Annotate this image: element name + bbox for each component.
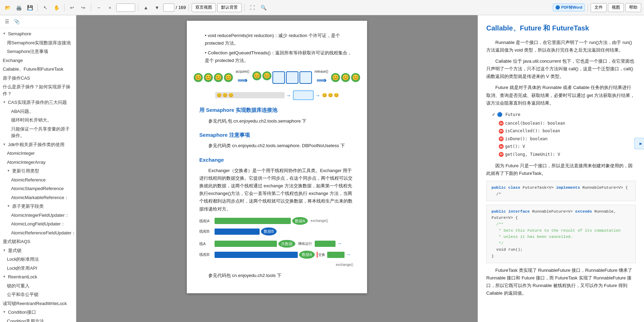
hand-btn[interactable]: ✋ [52, 3, 61, 12]
tree-child-label-3: isDone(): boolean [505, 135, 548, 142]
sidebar-item-semaphore-db[interactable]: 用Semaphore实现数据库连接池 [0, 38, 76, 47]
sidebar-item-display-lock[interactable]: 显式锁 [0, 246, 76, 255]
arrow-4: → [315, 91, 321, 100]
sidebar-item-condition-common[interactable]: Condition常用方法 [0, 317, 76, 322]
exchange-call-label: exchange() [311, 218, 328, 224]
sidebar-item-readwrite-lock[interactable]: 读写锁ReentrantReadWriteLock [0, 299, 76, 308]
thread-a-bubble: 数据A [292, 217, 308, 225]
sidebar-item-atomic-markable[interactable]: AtomicMarkableReference： [0, 193, 76, 202]
print-btn[interactable]: 🖨️ [14, 3, 24, 12]
rp-main-title: Callable、Future 和 FutureTask [486, 22, 636, 34]
tree-child-label-4: get(): V [505, 143, 525, 150]
page-nav: 27 / 169 [163, 3, 186, 12]
default-bg-btn[interactable]: 默认背景 [217, 3, 242, 12]
search-btn[interactable]: 🔍 [259, 3, 268, 12]
pdf-to-word-label: 🔵 PDF转Word [553, 3, 585, 11]
save-btn[interactable]: 💾 [25, 3, 35, 12]
sidebar-item-what-is-atomic[interactable]: 什么是原子操作？如何实现原子操作？ [0, 82, 76, 98]
arrow-a2: → [337, 240, 342, 248]
smileys-out: 😊 😊 😊 [322, 92, 339, 99]
divider6 [244, 4, 245, 11]
sidebar: ☰ 📎 Semaphore用Semaphore实现数据库连接池Semaphore… [0, 15, 76, 322]
smiley-5: 😊 [252, 71, 261, 80]
code2-close: } [491, 254, 494, 258]
sidebar-list-btn[interactable]: ☰ [3, 17, 11, 26]
sidebar-item-exchange[interactable]: Exchange [0, 56, 76, 65]
queue-smileys: 😊 😊 [252, 71, 312, 84]
sidebar-item-reentrant-lock[interactable]: ReentrantLock [0, 272, 76, 281]
exchange-diagram: 线程A 数据A exchange() 线程B 数据B [199, 217, 355, 235]
zoom-input[interactable]: 90% [116, 3, 135, 12]
sidebar-item-semaphore[interactable]: Semaphore [0, 29, 76, 38]
help-menu-btn[interactable]: 帮助 [625, 3, 641, 12]
sidebar-item-loop-overhead[interactable]: 循环时间长开销大。 [0, 116, 76, 125]
sidebar-item-update-ref-types[interactable]: 更新引用类型 [0, 167, 76, 176]
file-menu-btn[interactable]: 文件 [591, 3, 607, 12]
thread-b-bar [215, 229, 260, 235]
pdf-subheading-db: 用 Semaphore 实现数据库连接池 [199, 106, 355, 115]
thread-a2-bar [215, 241, 277, 247]
shared-data-bubble: 共数据 [278, 240, 295, 248]
zoom-out-btn[interactable]: − [94, 3, 104, 12]
sidebar-item-aba[interactable]: ABA问题。 [0, 107, 76, 116]
rp-para1: Runnable 是一个接口，在它里面只声明了一个 run()方法，由于 run… [486, 39, 636, 54]
sidebar-item-callable-future[interactable]: Callable、Future和FutureTask [0, 65, 76, 74]
total-pages: 169 [179, 5, 186, 10]
smiley-3: 😊 [214, 73, 223, 82]
divider2 [64, 4, 64, 11]
sidebar-item-lock-api[interactable]: Lock的常用API [0, 264, 76, 273]
view-menu-btn[interactable]: 视图 [608, 3, 624, 12]
code2-name: RunnableFuture<V> [532, 209, 575, 214]
sidebar-item-atomic-ref-field[interactable]: AtomicReferenceFieldUpdater： [0, 229, 76, 238]
dual-page-btn[interactable]: 双页视图 [192, 3, 216, 12]
arrow-release: release() ⟹ [315, 69, 328, 86]
exchange-row-b2: 线程B 数据A 交换 → [199, 251, 355, 259]
rp-para4: 因为 Future 只是一个接口，所以是无法直接用来创建对象使用的，因此就有了下… [486, 162, 636, 177]
sidebar-item-atomic-cas[interactable]: 原子操作CAS [0, 74, 76, 83]
prev-page-btn[interactable]: ▲ [141, 3, 151, 12]
rp-tree: ✓ 🔵 Future m cancel(boolean): boolean m … [492, 111, 636, 158]
sidebar-item-cas-three[interactable]: CAS实现原子操作的三大问题 [0, 98, 76, 107]
sidebar-item-reentrant[interactable]: 锁的可重入 [0, 281, 76, 290]
sidebar-item-atomic-integer[interactable]: AtomicInteger [0, 149, 76, 158]
undo-btn[interactable]: ↩ [67, 3, 77, 12]
sidebar-item-fair-unfair[interactable]: 公平和非公平锁 [0, 290, 76, 299]
smiley-group-2: 😊 😊 😊 [331, 73, 360, 82]
sidebar-item-atomic-stamped[interactable]: AtomicStampedReference [0, 184, 76, 193]
tree-child-label-5: get(long, TimeUnit): V [505, 151, 560, 158]
thread-b-bubble: 数据B [261, 227, 277, 235]
code2-comment-2: * Sets this Future to the result of its … [491, 228, 621, 233]
redo-btn[interactable]: ↪ [78, 3, 88, 12]
open-file-btn[interactable]: 📂 [3, 3, 12, 12]
pdf-ref-1: 参见代码,包 cn.enjoyedu.ch2.tools.semaphore 下 [199, 117, 355, 125]
sidebar-item-atomic-field[interactable]: 原子更新字段类 [0, 202, 76, 211]
rp-tree-child-1: m cancel(boolean): boolean [499, 120, 636, 127]
sidebar-pin-btn[interactable]: 📎 [12, 17, 21, 26]
zoom-in-btn[interactable]: + [105, 3, 115, 12]
release-label: release() [315, 69, 328, 74]
sidebar-item-single-var[interactable]: 只能保证一个共享变量的原子操作。 [0, 125, 76, 140]
sidebar-item-atomic-reference[interactable]: AtomicReference [0, 176, 76, 185]
code1-implements: implements [556, 185, 582, 190]
code2-keyword: public interface [491, 209, 532, 214]
sidebar-item-atomic-long-field[interactable]: AtomicLongFieldUpdater： [0, 220, 76, 229]
side-action-btn[interactable]: ▶ [634, 138, 644, 149]
sidebar-item-lock-standard[interactable]: Lock的标准用法 [0, 255, 76, 264]
sidebar-toolbar: ☰ 📎 [0, 15, 76, 28]
pdf-area[interactable]: void reducePermits(int reduction)：减少 red… [76, 15, 478, 322]
rp-tree-child-4: m get(): V [499, 143, 636, 150]
cursor-btn[interactable]: ↖ [41, 3, 50, 12]
sidebar-item-condition[interactable]: Condition接口 [0, 308, 76, 317]
divider7 [588, 4, 588, 11]
fullscreen-btn[interactable]: ⛶ [247, 3, 257, 12]
thread-b-label: 线程B [199, 228, 213, 235]
sidebar-item-jdk-atomic[interactable]: Jdk中相关原子操作类的使用 [0, 140, 76, 149]
sidebar-item-atomic-integer-array[interactable]: AtomicIntegerArray [0, 158, 76, 167]
sidebar-item-atomic-int-field[interactable]: AtomicIntegerFieldUpdater： [0, 211, 76, 220]
sidebar-item-display-lock-aqs[interactable]: 显式锁和AQS [0, 237, 76, 246]
next-page-btn[interactable]: ▼ [152, 3, 162, 12]
current-page-input[interactable]: 27 [163, 3, 174, 12]
smiley-1: 😊 [194, 73, 203, 82]
pdf-ref-2: 参见代码类 cn.enjoyedu.ch2.tools.semaphore. D… [199, 142, 355, 150]
sidebar-item-semaphore-note[interactable]: Semaphore注意事项 [0, 47, 76, 56]
